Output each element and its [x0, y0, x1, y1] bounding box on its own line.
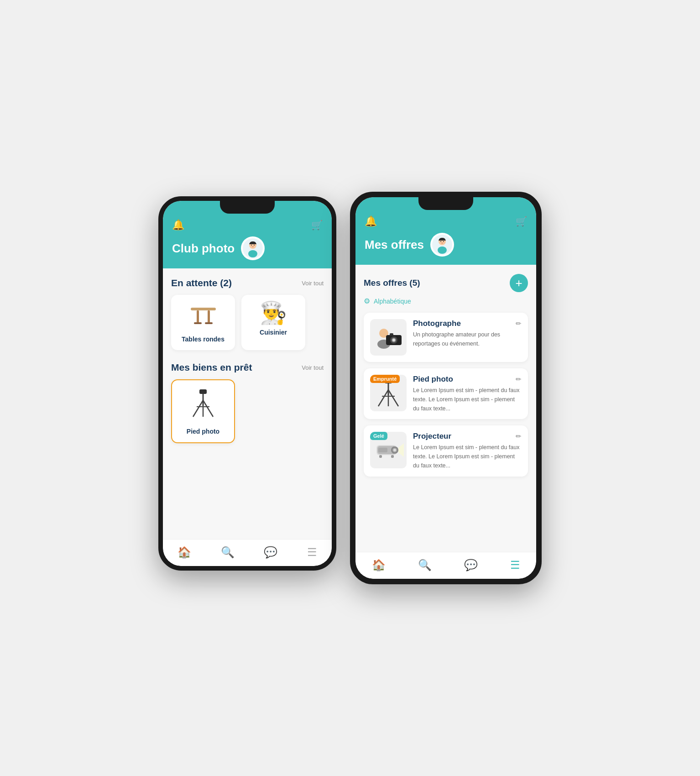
notch-left [220, 201, 275, 214]
offer-info-photographe: Photographe ✏ Un photographe amateur pou… [413, 319, 522, 348]
svg-marker-39 [398, 443, 404, 457]
offer-title-1: Pied photo [413, 375, 453, 384]
filter-row[interactable]: ⚙ Alphabétique [364, 297, 528, 305]
bell-icon[interactable]: 🔔 [172, 219, 184, 231]
loans-cards: Pied photo [171, 379, 324, 443]
svg-rect-5 [191, 308, 216, 310]
offer-title-row-2: Projecteur ✏ [413, 432, 522, 441]
filter-label: Alphabétique [374, 298, 411, 305]
offer-title-row-1: Pied photo ✏ [413, 375, 522, 384]
badge-gele: Gelé [370, 432, 387, 440]
offer-desc-0: Un photographe amateur pour des reportag… [413, 331, 500, 347]
left-content: En attente (2) Voir tout [163, 268, 332, 539]
right-bottom-nav: 🏠 🔍 💬 ☰ [355, 552, 536, 579]
offer-img-projecteur: Gelé [370, 432, 407, 468]
offer-desc-2: Le Lorem Ipsum est sim - plement du faux… [413, 444, 519, 469]
left-page-title: Club photo [172, 241, 235, 256]
card-tripod[interactable]: Pied photo [171, 379, 235, 443]
nav-home-left[interactable]: 🏠 [178, 546, 191, 559]
offer-desc-1: Le Lorem Ipsum est sim - plement du faux… [413, 387, 519, 412]
table-label: Tables rondes [182, 336, 225, 343]
svg-rect-42 [391, 455, 394, 458]
offers-title: Mes offres (5) [364, 278, 420, 288]
offer-title-2: Projecteur [413, 432, 451, 441]
cart-icon-right[interactable]: 🛒 [516, 216, 527, 227]
offer-img-photographe [370, 319, 407, 356]
loans-title: Mes biens en prêt [171, 362, 252, 373]
offer-title-row-0: Photographe ✏ [413, 319, 522, 328]
svg-line-13 [203, 400, 213, 417]
nav-messages-left[interactable]: 💬 [264, 546, 277, 559]
svg-line-31 [388, 390, 398, 406]
svg-line-30 [378, 390, 388, 406]
pending-voir-tout[interactable]: Voir tout [302, 280, 324, 287]
right-screen: 🔔 🛒 Mes offres [355, 197, 536, 579]
phone-right: 🔔 🛒 Mes offres [350, 192, 542, 584]
pending-title: En attente (2) [171, 278, 232, 288]
pending-cards: Tables rondes 👨‍🍳 Cuisinier [171, 295, 324, 350]
nav-home-right[interactable]: 🏠 [372, 559, 386, 572]
svg-point-26 [392, 339, 395, 341]
right-header-top: 🔔 🛒 [365, 215, 527, 227]
filter-icon: ⚙ [364, 297, 370, 305]
bell-icon-right[interactable]: 🔔 [365, 215, 377, 227]
phone-left: 🔔 🛒 Club photo [158, 196, 336, 571]
right-content: Mes offres (5) + ⚙ Alphabétique [355, 265, 536, 552]
svg-point-3 [251, 245, 252, 246]
notch-right [418, 197, 473, 210]
card-chef[interactable]: 👨‍🍳 Cuisinier [241, 295, 305, 350]
nav-messages-right[interactable]: 💬 [464, 559, 478, 572]
card-table[interactable]: Tables rondes [171, 295, 235, 350]
offers-section-header: Mes offres (5) + [364, 274, 528, 292]
left-screen: 🔔 🛒 Club photo [163, 201, 332, 566]
offer-img-pied-photo: Emprunté [370, 375, 407, 411]
offer-card-projecteur[interactable]: Gelé [364, 425, 528, 476]
svg-rect-7 [208, 310, 210, 323]
svg-point-4 [254, 245, 255, 246]
svg-point-20 [443, 241, 444, 242]
svg-rect-6 [197, 310, 199, 323]
nav-search-right[interactable]: 🔍 [418, 559, 432, 572]
right-page-title: Mes offres [365, 238, 424, 252]
scene: 🔔 🛒 Club photo [158, 192, 542, 584]
cart-icon[interactable]: 🛒 [311, 220, 323, 231]
right-avatar[interactable] [430, 233, 454, 257]
svg-line-12 [193, 400, 203, 417]
chef-label: Cuisinier [260, 329, 287, 336]
tripod-icon [189, 388, 217, 423]
svg-rect-27 [390, 333, 393, 336]
pending-section-header: En attente (2) Voir tout [171, 278, 324, 288]
svg-point-19 [440, 241, 441, 242]
svg-rect-9 [205, 322, 213, 324]
tripod-label: Pied photo [187, 428, 219, 435]
nav-menu-right[interactable]: ☰ [510, 559, 520, 572]
svg-rect-8 [194, 322, 202, 324]
left-bottom-nav: 🏠 🔍 💬 ☰ [163, 539, 332, 566]
edit-icon-0[interactable]: ✏ [516, 320, 522, 328]
svg-rect-10 [199, 389, 207, 394]
loans-voir-tout[interactable]: Voir tout [302, 364, 324, 371]
nav-menu-left[interactable]: ☰ [307, 546, 317, 559]
nav-search-left[interactable]: 🔍 [221, 546, 235, 559]
offer-card-pied-photo[interactable]: Emprunté Pied photo ✏ [364, 368, 528, 419]
left-header-top: 🔔 🛒 [172, 219, 323, 231]
badge-emprunte: Emprunté [370, 375, 400, 383]
edit-icon-1[interactable]: ✏ [516, 375, 522, 383]
add-offer-button[interactable]: + [510, 274, 528, 292]
chef-icon: 👨‍🍳 [260, 302, 287, 324]
right-title-row: Mes offres [365, 233, 527, 257]
offer-title-0: Photographe [413, 319, 461, 328]
svg-rect-41 [379, 455, 382, 458]
svg-point-2 [248, 250, 257, 257]
offer-info-pied-photo: Pied photo ✏ Le Lorem Ipsum est sim - pl… [413, 375, 522, 413]
offer-card-photographe[interactable]: Photographe ✏ Un photographe amateur pou… [364, 313, 528, 362]
svg-rect-40 [378, 448, 387, 452]
svg-point-38 [393, 449, 396, 451]
offer-info-projecteur: Projecteur ✏ Le Lorem Ipsum est sim - pl… [413, 432, 522, 470]
left-avatar[interactable] [241, 236, 265, 260]
edit-icon-2[interactable]: ✏ [516, 432, 522, 440]
svg-point-18 [438, 246, 447, 254]
left-title-row: Club photo [172, 236, 323, 260]
table-icon [188, 302, 218, 331]
loans-section-header: Mes biens en prêt Voir tout [171, 362, 324, 373]
